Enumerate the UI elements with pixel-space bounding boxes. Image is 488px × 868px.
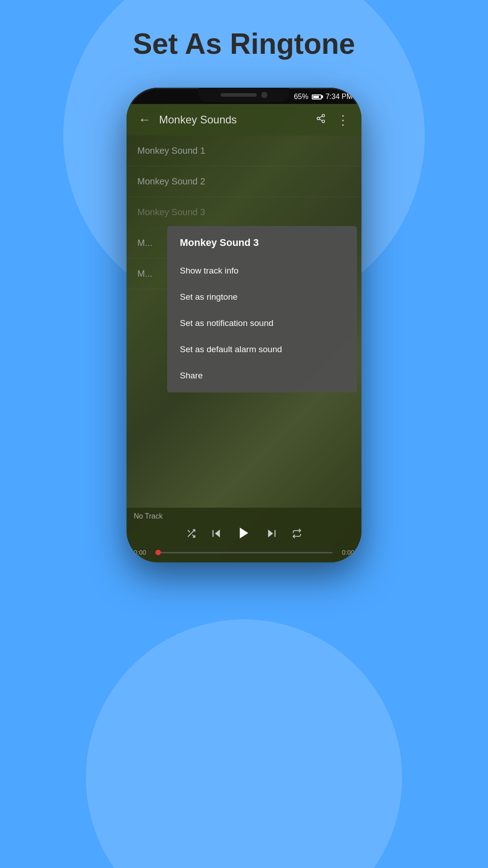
more-options-icon[interactable]: ⋮ xyxy=(334,110,352,130)
next-button[interactable] xyxy=(264,526,279,544)
show-track-info-option[interactable]: Show track info xyxy=(167,258,357,284)
svg-point-0 xyxy=(322,114,325,117)
status-time: 7:34 PM xyxy=(325,93,352,101)
shuffle-button[interactable] xyxy=(184,527,198,543)
progress-bar[interactable] xyxy=(155,552,333,553)
set-as-ringtone-option[interactable]: Set as ringtone xyxy=(167,284,357,310)
back-button[interactable]: ← xyxy=(136,110,154,130)
camera xyxy=(261,92,267,98)
no-track-label: No Track xyxy=(134,512,354,520)
toolbar: ← Monkey Sounds ⋮ xyxy=(127,104,361,136)
context-menu-overlay: Monkey Sound 3 Show track info Set as ri… xyxy=(127,136,361,508)
battery-fill xyxy=(313,96,319,98)
svg-line-3 xyxy=(319,119,322,121)
svg-marker-10 xyxy=(240,528,249,538)
play-button[interactable] xyxy=(235,524,253,545)
repeat-button[interactable] xyxy=(290,527,304,543)
track-list: Monkey Sound 1 Monkey Sound 2 Monkey Sou… xyxy=(127,136,361,508)
player-controls xyxy=(134,524,354,545)
svg-marker-11 xyxy=(268,529,273,537)
share-icon[interactable] xyxy=(313,111,328,129)
context-menu-title: Monkey Sound 3 xyxy=(167,237,357,258)
svg-line-7 xyxy=(188,530,190,532)
battery-icon xyxy=(312,94,322,99)
context-menu: Monkey Sound 3 Show track info Set as ri… xyxy=(167,226,357,392)
time-end: 0:00 xyxy=(337,549,354,556)
svg-point-2 xyxy=(322,120,325,123)
player-time-row: 0:00 0:00 xyxy=(134,549,354,556)
svg-line-4 xyxy=(319,116,322,118)
set-as-alarm-option[interactable]: Set as default alarm sound xyxy=(167,336,357,363)
notch xyxy=(199,88,289,102)
progress-dot xyxy=(155,550,161,555)
screen: ← Monkey Sounds ⋮ Monkey Sound 1 Monkey … xyxy=(127,104,361,562)
speaker xyxy=(221,93,257,97)
phone-frame: 65% 7:34 PM ← Monkey Sounds ⋮ Monkey Sou… xyxy=(127,88,361,562)
time-start: 0:00 xyxy=(134,549,151,556)
player-bar: No Track xyxy=(127,508,361,562)
share-option[interactable]: Share xyxy=(167,363,357,389)
svg-marker-8 xyxy=(215,529,220,537)
bg-circle-bottom xyxy=(86,619,402,868)
set-as-notification-option[interactable]: Set as notification sound xyxy=(167,310,357,336)
battery-percent: 65% xyxy=(294,93,308,101)
page-title: Set As Ringtone xyxy=(133,27,355,61)
toolbar-title: Monkey Sounds xyxy=(159,113,308,126)
previous-button[interactable] xyxy=(209,526,224,544)
svg-point-1 xyxy=(317,117,320,120)
